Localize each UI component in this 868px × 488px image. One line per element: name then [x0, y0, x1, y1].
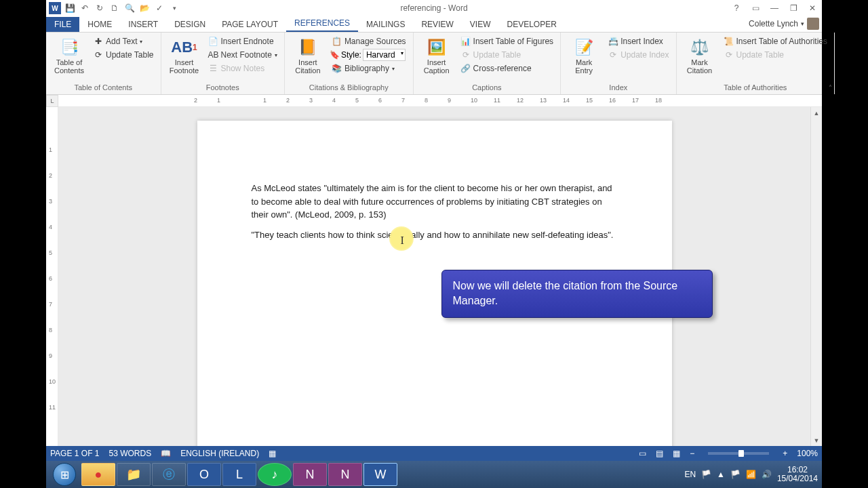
taskbar-onenote[interactable]: N — [293, 463, 327, 486]
next-footnote-icon: AB — [209, 50, 218, 60]
start-button[interactable] — [49, 462, 80, 487]
collapse-ribbon-icon[interactable]: ˄ — [829, 84, 832, 92]
view-read-icon[interactable]: ▭ — [639, 449, 646, 458]
insert-caption-button[interactable]: 🖼️ Insert Caption — [418, 35, 456, 76]
tab-developer[interactable]: DEVELOPER — [498, 17, 564, 32]
group-index: 📝 Mark Entry 📇Insert Index ⟳Update Index… — [561, 33, 676, 94]
taskbar-word[interactable]: W — [363, 463, 397, 486]
view-web-icon[interactable]: ▦ — [673, 449, 680, 458]
style-icon: 🔖 — [330, 50, 340, 60]
zoom-out-icon[interactable]: − — [690, 449, 694, 458]
title-bar: W 💾 ↶ ↻ 🗋 🔍 📂 ✓ ▾ referencing - Word ? ▭… — [46, 0, 822, 16]
tab-home[interactable]: HOME — [79, 17, 120, 32]
group-citations: 📙 Insert Citation 📋Manage Sources 🔖 Styl… — [285, 33, 414, 94]
scroll-down-icon[interactable]: ▼ — [811, 434, 822, 446]
insert-footnote-button[interactable]: AB1 Insert Footnote — [165, 35, 203, 76]
caption-icon: 🖼️ — [426, 37, 448, 58]
redo-icon[interactable]: ↻ — [94, 2, 106, 14]
undo-icon[interactable]: ↶ — [79, 2, 91, 14]
insert-citation-button[interactable]: 📙 Insert Citation — [289, 35, 327, 76]
document-title: referencing - Word — [400, 3, 467, 13]
taskbar-ie[interactable]: ⓔ — [152, 463, 186, 486]
document-viewport[interactable]: As McLeod states "ultimately the aim is … — [58, 107, 810, 446]
ribbon-tabs: FILE HOME INSERT DESIGN PAGE LAYOUT REFE… — [46, 16, 822, 33]
status-page[interactable]: PAGE 1 OF 1 — [50, 449, 99, 458]
ribbon: 📑 Table of Contents ✚Add Text▾ ⟳Update T… — [46, 33, 822, 95]
taskbar-lync[interactable]: L — [222, 463, 256, 486]
vertical-ruler[interactable]: 1234567891011 — [46, 107, 58, 446]
toa-icon: 📜 — [724, 37, 734, 46]
maximize-icon[interactable]: ❐ — [787, 2, 800, 14]
save-icon[interactable]: 💾 — [64, 2, 76, 14]
insert-table-figures-button[interactable]: 📊Insert Table of Figures — [458, 35, 557, 47]
update-index-button: ⟳Update Index — [606, 49, 671, 61]
status-proofing-icon[interactable]: 📖 — [161, 449, 171, 458]
scroll-up-icon[interactable]: ▲ — [811, 107, 822, 119]
insert-index-button[interactable]: 📇Insert Index — [606, 35, 671, 47]
mark-entry-button[interactable]: 📝 Mark Entry — [565, 35, 603, 76]
tray-network-icon[interactable]: 📶 — [746, 470, 756, 479]
view-print-icon[interactable]: ▤ — [656, 449, 663, 458]
tray-lang[interactable]: EN — [684, 470, 696, 479]
tab-file[interactable]: FILE — [46, 17, 79, 32]
zoom-slider[interactable] — [708, 452, 769, 455]
paragraph-1[interactable]: As McLeod states "ultimately the aim is … — [252, 182, 618, 222]
status-language[interactable]: ENGLISH (IRELAND) — [180, 449, 259, 458]
preview-icon[interactable]: 🔍 — [123, 2, 136, 14]
next-footnote-button[interactable]: ABNext Footnote▾ — [206, 49, 280, 61]
tray-up-icon[interactable]: ▲ — [717, 470, 725, 479]
update-icon: ⟳ — [94, 50, 103, 60]
chevron-down-icon: ▾ — [801, 20, 804, 27]
new-doc-icon[interactable]: 🗋 — [108, 2, 121, 14]
tray-clock[interactable]: 16:02 15/04/2014 — [777, 466, 818, 483]
citation-icon: 📙 — [297, 37, 319, 58]
mark-citation-button[interactable]: ⚖️ Mark Citation — [681, 35, 719, 76]
tab-review[interactable]: REVIEW — [413, 17, 461, 32]
quick-access-toolbar: W 💾 ↶ ↻ 🗋 🔍 📂 ✓ ▾ — [46, 2, 180, 14]
paragraph-2[interactable]: "They teach clients how to think scienti… — [252, 228, 618, 242]
vertical-scrollbar[interactable]: ▲ ▼ — [810, 107, 822, 446]
table-of-contents-button[interactable]: 📑 Table of Contents — [50, 35, 88, 76]
taskbar-explorer[interactable]: 📁 — [117, 463, 151, 486]
qat-customize-icon[interactable]: ▾ — [168, 2, 180, 14]
taskbar-onenote-clip[interactable]: N — [328, 463, 362, 486]
status-macro-icon[interactable]: ▦ — [269, 449, 276, 458]
horizontal-ruler[interactable]: L 21123456789101112131415161718 — [46, 95, 822, 107]
tray-action-icon[interactable]: 🏳️ — [730, 470, 741, 479]
group-label-footnotes: Footnotes — [165, 83, 280, 93]
update-table-button[interactable]: ⟳Update Table — [91, 49, 157, 61]
document-page[interactable]: As McLeod states "ultimately the aim is … — [197, 121, 672, 446]
user-account[interactable]: Colette Lynch ▾ — [749, 18, 819, 30]
insert-endnote-button[interactable]: 📄Insert Endnote — [206, 35, 280, 47]
taskbar-chrome[interactable]: ● — [81, 463, 115, 486]
ribbon-options-icon[interactable]: ▭ — [749, 2, 762, 14]
tab-page-layout[interactable]: PAGE LAYOUT — [214, 17, 286, 32]
insert-toa-button[interactable]: 📜Insert Table of Authorities — [722, 35, 831, 47]
tab-view[interactable]: VIEW — [462, 17, 499, 32]
tab-insert[interactable]: INSERT — [120, 17, 166, 32]
status-words[interactable]: 53 WORDS — [108, 449, 151, 458]
zoom-in-icon[interactable]: + — [783, 449, 787, 458]
taskbar-outlook[interactable]: O — [187, 463, 221, 486]
tab-mailings[interactable]: MAILINGS — [358, 17, 413, 32]
add-text-button[interactable]: ✚Add Text▾ — [91, 35, 157, 47]
group-footnotes: AB1 Insert Footnote 📄Insert Endnote ABNe… — [161, 33, 285, 94]
cross-reference-button[interactable]: 🔗Cross-reference — [458, 62, 557, 75]
close-icon[interactable]: ✕ — [806, 2, 819, 14]
taskbar-spotify[interactable]: ♪ — [258, 463, 292, 486]
spelling-icon[interactable]: ✓ — [153, 2, 165, 14]
tab-references[interactable]: REFERENCES — [286, 16, 358, 32]
manage-sources-icon: 📋 — [332, 37, 342, 46]
tray-volume-icon[interactable]: 🔊 — [762, 470, 772, 479]
tray-flag-icon[interactable]: 🏳️ — [701, 470, 711, 479]
group-label-captions: Captions — [418, 83, 557, 93]
bibliography-button[interactable]: 📚Bibliography▾ — [330, 62, 409, 75]
zoom-level[interactable]: 100% — [797, 449, 818, 458]
citation-style-select[interactable]: Harvard▾ — [363, 49, 406, 61]
open-icon[interactable]: 📂 — [138, 2, 151, 14]
help-icon[interactable]: ? — [730, 2, 743, 14]
tab-design[interactable]: DESIGN — [166, 17, 214, 32]
minimize-icon[interactable]: — — [768, 2, 781, 14]
manage-sources-button[interactable]: 📋Manage Sources — [330, 35, 409, 47]
show-notes-icon: ☰ — [209, 64, 218, 73]
